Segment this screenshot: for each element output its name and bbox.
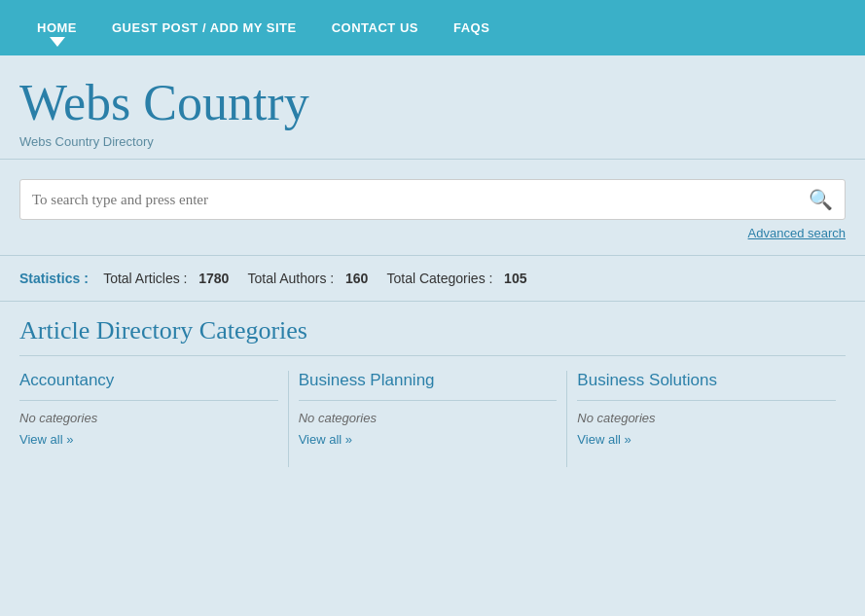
category-col-0: Accountancy No categories View all » [19, 371, 289, 467]
category-name-0[interactable]: Accountancy [19, 371, 278, 390]
nav-item-home[interactable]: HOME [19, 20, 94, 35]
navigation-bar: HOME GUEST POST / ADD MY SITE CONTACT US… [0, 0, 865, 55]
search-area: 🔍 Advanced search [0, 160, 865, 256]
total-authors-label: Total Authors : [248, 271, 335, 286]
advanced-search-link[interactable]: Advanced search [748, 226, 846, 240]
site-title: Webs Country [19, 75, 846, 130]
category-col-1: Business Planning No categories View all… [299, 371, 568, 467]
no-categories-2: No categories [577, 411, 836, 425]
search-wrapper: 🔍 [19, 179, 846, 220]
total-categories-value: 105 [504, 271, 526, 286]
category-name-2[interactable]: Business Solutions [577, 371, 836, 390]
statistics-area: Statistics : Total Articles : 1780 Total… [0, 256, 865, 302]
no-categories-0: No categories [19, 411, 278, 425]
view-all-2[interactable]: View all » [577, 432, 631, 447]
site-header: Webs Country Webs Country Directory [0, 55, 865, 160]
category-columns: Accountancy No categories View all » Bus… [19, 371, 846, 467]
nav-item-faqs[interactable]: FAQS [436, 20, 507, 35]
total-authors-value: 160 [345, 271, 368, 286]
site-subtitle: Webs Country Directory [19, 134, 846, 149]
total-categories-label: Total Categories : [386, 271, 492, 286]
categories-area: Article Directory Categories Accountancy… [0, 302, 865, 467]
search-icon[interactable]: 🔍 [809, 188, 833, 211]
nav-item-contact-us[interactable]: CONTACT US [314, 20, 436, 35]
statistics-label: Statistics : [19, 271, 89, 286]
view-all-1[interactable]: View all » [299, 432, 352, 447]
category-col-2: Business Solutions No categories View al… [577, 371, 846, 467]
total-articles-label: Total Articles : [103, 271, 187, 286]
categories-title: Article Directory Categories [19, 316, 846, 356]
category-name-1[interactable]: Business Planning [299, 371, 558, 390]
search-input[interactable] [32, 192, 809, 208]
total-articles-value: 1780 [198, 271, 229, 286]
no-categories-1: No categories [299, 411, 558, 425]
nav-item-guest-post[interactable]: GUEST POST / ADD MY SITE [94, 20, 314, 35]
view-all-0[interactable]: View all » [19, 432, 73, 447]
